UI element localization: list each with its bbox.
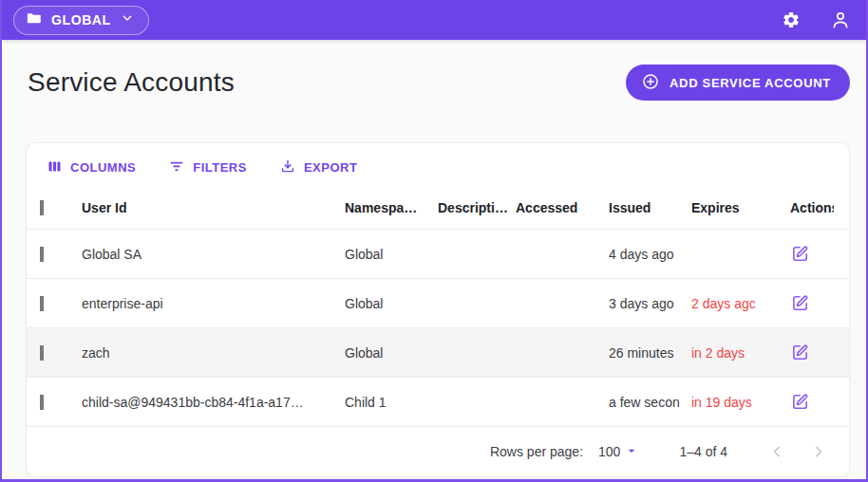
table-row[interactable]: Global SA Global 4 days ago	[27, 229, 849, 278]
header-user-id[interactable]: User Id	[82, 200, 345, 215]
chevron-right-icon[interactable]	[807, 440, 830, 463]
filters-label: FILTERS	[193, 160, 247, 175]
service-accounts-card: COLUMNS FILTERS EXPORT User Id Namespa… …	[26, 142, 850, 477]
header-issued[interactable]: Issued	[609, 200, 691, 215]
cell-expires: in 2 days	[691, 345, 790, 361]
cell-namespace: Global	[345, 247, 438, 262]
export-button[interactable]: EXPORT	[279, 158, 357, 177]
cell-issued: 26 minutes	[609, 345, 691, 361]
top-navigation-bar: GLOBAL	[2, 0, 866, 40]
scope-label: GLOBAL	[51, 12, 111, 28]
cell-namespace: Child 1	[345, 395, 438, 410]
add-service-account-button[interactable]: ADD SERVICE ACCOUNT	[626, 65, 850, 101]
edit-button[interactable]	[790, 243, 811, 265]
page-header: Service Accounts ADD SERVICE ACCOUNT	[2, 40, 866, 104]
edit-button[interactable]	[790, 292, 811, 314]
row-checkbox[interactable]	[40, 296, 44, 311]
cell-user-id: zach	[82, 345, 345, 361]
header-expires[interactable]: Expires	[691, 200, 790, 215]
header-description[interactable]: Descripti…	[438, 200, 516, 215]
select-all-checkbox[interactable]	[40, 200, 44, 215]
filters-button[interactable]: FILTERS	[168, 158, 247, 177]
rows-per-page-value: 100	[598, 444, 620, 459]
cell-user-id: Global SA	[82, 247, 345, 262]
columns-icon	[47, 158, 63, 177]
cell-user-id: enterprise-api	[82, 296, 345, 311]
columns-button[interactable]: COLUMNS	[47, 158, 136, 177]
edit-button[interactable]	[790, 342, 811, 363]
chevron-down-icon	[120, 10, 135, 29]
cell-issued: 4 days ago	[609, 247, 691, 262]
cell-namespace: Global	[345, 345, 438, 361]
cell-issued: a few secon	[609, 395, 691, 410]
edit-icon	[790, 292, 811, 314]
folder-icon	[26, 9, 43, 30]
table-row[interactable]: child-sa@949431bb-cb84-4f1a-a17… Child 1…	[27, 377, 849, 426]
row-checkbox[interactable]	[40, 395, 44, 410]
header-accessed[interactable]: Accessed	[516, 200, 609, 215]
rows-per-page-select[interactable]: 100	[598, 443, 639, 461]
scope-selector[interactable]: GLOBAL	[13, 6, 149, 35]
edit-button[interactable]	[790, 391, 811, 413]
cell-issued: 3 days ago	[609, 296, 691, 311]
edit-icon	[790, 243, 811, 265]
cell-expires: 2 days agc	[691, 296, 790, 311]
header-namespace[interactable]: Namespa…	[345, 200, 438, 215]
page-title: Service Accounts	[28, 67, 235, 98]
columns-label: COLUMNS	[70, 160, 136, 175]
edit-icon	[790, 391, 811, 413]
filter-icon	[168, 158, 185, 177]
table-header-row: User Id Namespa… Descripti… Accessed Iss…	[27, 186, 849, 229]
table-row[interactable]: enterprise-api Global 3 days ago 2 days …	[27, 278, 849, 327]
header-actions: Actions	[790, 200, 834, 215]
cell-user-id: child-sa@949431bb-cb84-4f1a-a17…	[82, 395, 345, 410]
rows-per-page-label: Rows per page:	[490, 444, 583, 459]
person-icon[interactable]	[828, 8, 853, 32]
pagination-range: 1–4 of 4	[679, 444, 727, 459]
cell-expires: in 19 days	[691, 395, 790, 410]
download-icon	[279, 158, 296, 177]
chevron-left-icon[interactable]	[765, 440, 788, 463]
table-row[interactable]: zach Global 26 minutes in 2 days	[27, 327, 849, 377]
table-toolbar: COLUMNS FILTERS EXPORT	[27, 143, 849, 186]
export-label: EXPORT	[304, 160, 357, 175]
app-window: GLOBAL Service Accounts ADD SERVICE ACCO…	[0, 0, 868, 482]
table-pagination: Rows per page: 100 1–4 of 4	[27, 426, 849, 476]
row-checkbox[interactable]	[40, 345, 44, 361]
cell-namespace: Global	[345, 296, 438, 311]
row-checkbox[interactable]	[40, 247, 44, 262]
gear-icon[interactable]	[779, 8, 803, 32]
edit-icon	[790, 342, 811, 363]
add-service-account-label: ADD SERVICE ACCOUNT	[670, 76, 831, 90]
plus-circle-icon	[641, 72, 660, 94]
caret-down-icon	[624, 443, 639, 461]
